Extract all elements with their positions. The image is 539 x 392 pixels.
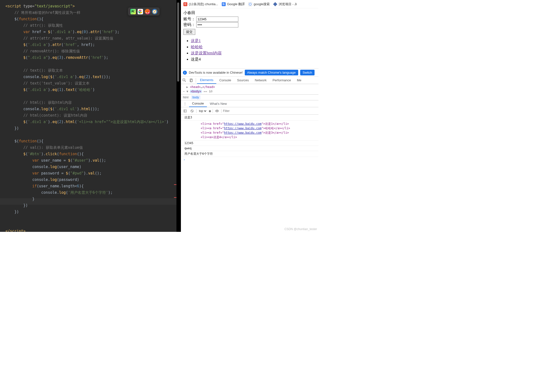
inspect-icon[interactable] bbox=[181, 78, 188, 82]
error-marker[interactable] bbox=[174, 184, 176, 185]
live-expression-icon[interactable] bbox=[214, 109, 220, 112]
password-label: 密码： bbox=[183, 22, 195, 27]
firefox-icon[interactable]: 🦊 bbox=[145, 9, 150, 14]
code-line: // attr(): 获取属性 bbox=[0, 22, 176, 29]
jira-icon bbox=[273, 2, 277, 6]
svg-rect-5 bbox=[191, 79, 192, 82]
bookmark-label: (12条消息) chuntia... bbox=[189, 2, 218, 6]
console-sidebar-icon[interactable] bbox=[182, 109, 188, 113]
code-line bbox=[0, 215, 176, 221]
bookmark-label: 浏览项目 - Ji bbox=[279, 2, 297, 6]
info-icon: i bbox=[183, 71, 187, 75]
link-list: 这是1 哈哈哈 这是设置html内容 这是4 bbox=[191, 38, 316, 62]
separator bbox=[213, 109, 213, 113]
code-line: } bbox=[0, 196, 176, 202]
list-link[interactable]: 哈哈哈 bbox=[191, 45, 203, 49]
watermark: CSDN @chuntian_tester bbox=[284, 227, 317, 231]
pycharm-icon[interactable]: PC bbox=[130, 9, 136, 14]
code-line: $('.div1 a').eq(2).html('<li><a href="">… bbox=[0, 119, 176, 125]
bookmarks-bar: C(12条消息) chuntia... GGoogle 翻譯 google搜索 … bbox=[181, 0, 318, 8]
tab-console[interactable]: Console bbox=[216, 77, 234, 84]
account-label: 账号： bbox=[183, 17, 195, 21]
separator bbox=[196, 109, 196, 113]
list-item: 这是4 bbox=[191, 57, 316, 62]
password-input[interactable] bbox=[196, 22, 238, 27]
console-prompt[interactable]: › bbox=[181, 157, 318, 162]
page-title: 小春田 bbox=[183, 10, 316, 16]
breadcrumb-item[interactable]: body bbox=[191, 95, 200, 99]
context-select[interactable]: top bbox=[198, 109, 207, 113]
separator bbox=[221, 109, 221, 113]
device-toggle-icon[interactable] bbox=[188, 78, 195, 82]
submit-button[interactable]: 提交 bbox=[183, 29, 195, 35]
dom-tree[interactable]: ▶ <head>…</head> ⋯ ▼ <body> == $0 bbox=[181, 84, 318, 95]
code-line: // removeAttr(): 移除属性值 bbox=[0, 48, 176, 54]
tab-sources[interactable]: Sources bbox=[234, 77, 252, 84]
code-line bbox=[0, 221, 176, 228]
error-marker[interactable] bbox=[174, 197, 176, 198]
bookmark-label: Google 翻譯 bbox=[227, 2, 245, 6]
bookmark-item[interactable]: GGoogle 翻譯 bbox=[222, 2, 245, 6]
account-input[interactable] bbox=[196, 17, 238, 22]
tab-more[interactable]: Me bbox=[294, 77, 304, 84]
console-row: <li><a href="https://www.baidu.com">这是1<… bbox=[181, 121, 318, 141]
bookmark-item[interactable]: 浏览项目 - Ji bbox=[273, 2, 297, 6]
code-line: // html(): 获取html内容 bbox=[0, 99, 176, 106]
drawer-tab-whatsnew[interactable]: What's New bbox=[207, 100, 230, 107]
safari-icon[interactable]: 🧭 bbox=[152, 9, 157, 14]
code-line: // val(): 获取表单元素value值 bbox=[0, 144, 176, 151]
separator bbox=[196, 78, 196, 83]
bookmark-item[interactable]: C(12条消息) chuntia... bbox=[183, 2, 218, 6]
password-row: 密码： bbox=[183, 22, 316, 27]
drawer-tab-console[interactable]: Console bbox=[189, 100, 207, 107]
match-language-button[interactable]: Always match Chrome's language bbox=[245, 70, 298, 75]
code-line: console.log(user_name) bbox=[0, 164, 176, 170]
csdn-icon: C bbox=[183, 2, 187, 6]
code-line: // text('text_value'): 设置文本 bbox=[0, 80, 176, 87]
tab-network[interactable]: Network bbox=[252, 77, 270, 84]
code-line: $('#btn').click(function(){ bbox=[0, 151, 176, 157]
code-line: }) bbox=[0, 202, 176, 209]
filter-input[interactable] bbox=[223, 109, 317, 113]
bookmark-item[interactable]: google搜索 bbox=[248, 2, 270, 6]
clear-console-icon[interactable] bbox=[189, 109, 195, 113]
code-line: console.log('用户名需大于6个字符'); bbox=[0, 189, 176, 196]
banner-text: DevTools is now available in Chinese! bbox=[189, 71, 243, 74]
macos-dock: PC 🦊 🧭 bbox=[128, 7, 160, 16]
code-line: // html(content): 设置html内容 bbox=[0, 112, 176, 119]
scrollbar-thumb[interactable] bbox=[177, 2, 179, 82]
code-line: }) bbox=[0, 125, 176, 131]
switch-language-button[interactable]: Switch bbox=[300, 70, 315, 75]
list-item: 哈哈哈 bbox=[191, 44, 316, 50]
code-line: console.log(password) bbox=[0, 176, 176, 183]
console-row: 12345 bbox=[181, 141, 318, 146]
code-line bbox=[0, 131, 176, 138]
google-translate-icon: G bbox=[222, 2, 226, 6]
code-line: $(".div1 a").eq(3).removeAttr('href'); bbox=[0, 54, 176, 61]
code-line: // text(): 获取文本 bbox=[0, 67, 176, 74]
code-line: $('.div1 a').eq(1).text('哈哈哈') bbox=[0, 87, 176, 93]
chrome-icon[interactable] bbox=[138, 9, 143, 14]
code-line: var user_name = $("#user").val(); bbox=[0, 157, 176, 164]
code-line: $('.div1 a').attr('href', href); bbox=[0, 42, 176, 48]
drawer-tabs: ⋮ Console What's New bbox=[181, 100, 318, 107]
code-editor[interactable]: <script type="text/javascript"> // 将所有a标… bbox=[0, 0, 176, 232]
code-line: $(function(){ bbox=[0, 138, 176, 144]
drawer-more-icon[interactable]: ⋮ bbox=[181, 102, 189, 106]
breadcrumb-item[interactable]: html bbox=[183, 96, 189, 99]
console-row: qweq bbox=[181, 146, 318, 151]
account-row: 账号： bbox=[183, 17, 316, 22]
list-link[interactable]: 这是设置html内容 bbox=[191, 51, 222, 55]
devtools-tabs: Elements Console Sources Network Perform… bbox=[181, 77, 318, 84]
devtools-language-banner: i DevTools is now available in Chinese! … bbox=[181, 68, 318, 77]
tab-elements[interactable]: Elements bbox=[197, 77, 216, 84]
list-link[interactable]: 这是1 bbox=[191, 39, 201, 43]
bookmark-label: google搜索 bbox=[254, 2, 270, 6]
console-row: 这是3 bbox=[181, 115, 318, 121]
code-line bbox=[0, 93, 176, 99]
tab-performance[interactable]: Performance bbox=[270, 77, 294, 84]
code-line: console.log($('.div1 ul').html()); bbox=[0, 106, 176, 112]
google-icon bbox=[248, 2, 252, 6]
code-line: }) bbox=[0, 209, 176, 215]
code-line: </script> bbox=[0, 228, 176, 232]
